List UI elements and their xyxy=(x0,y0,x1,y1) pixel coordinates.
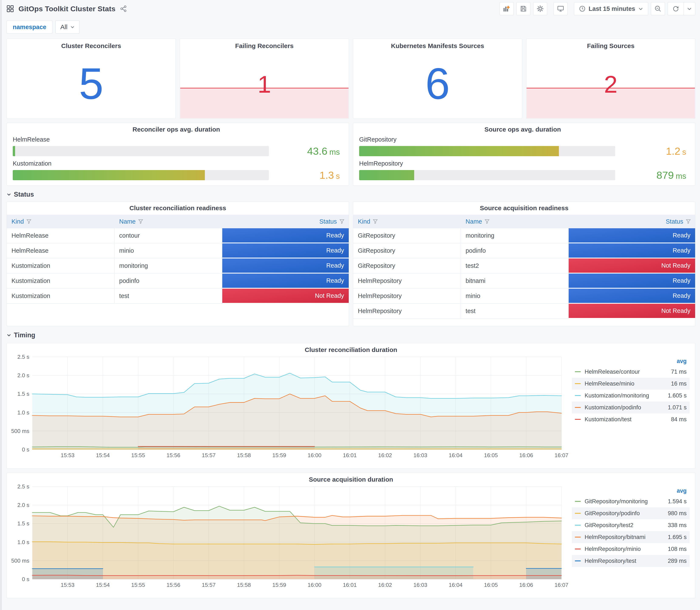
table-row: HelmRepositorytestNot Ready xyxy=(353,304,695,319)
stat-panel-failing-sources: Failing Sources2 xyxy=(526,39,695,119)
svg-text:16:07: 16:07 xyxy=(554,452,568,459)
apps-grid-icon[interactable] xyxy=(6,5,14,12)
column-header-label: Status xyxy=(320,218,337,225)
page-title: GitOps Toolkit Cluster Stats xyxy=(18,5,115,13)
svg-text:15:58: 15:58 xyxy=(237,452,251,459)
namespace-variable-value: All xyxy=(60,23,67,31)
page-left-edge xyxy=(0,0,2,610)
filter-funnel-icon[interactable] xyxy=(686,219,691,224)
column-header-name[interactable]: Name xyxy=(461,218,569,225)
chart-plot[interactable]: 0 s500 ms1.0 s1.5 s2.0 s2.5 s15:5315:541… xyxy=(11,483,572,596)
namespace-variable-dropdown[interactable]: All xyxy=(55,20,80,34)
filter-funnel-icon[interactable] xyxy=(339,219,344,224)
status-badge: Ready xyxy=(569,228,695,242)
cell-status: Ready xyxy=(222,243,349,258)
table-row: KustomizationpodinfoReady xyxy=(7,274,349,289)
legend-series-swatch xyxy=(575,371,581,372)
add-panel-button[interactable] xyxy=(500,2,514,15)
panel-title[interactable]: Failing Reconcilers xyxy=(180,39,349,49)
gauge-row: 879ms xyxy=(359,169,686,181)
clock-icon xyxy=(579,5,586,12)
legend-series-swatch xyxy=(575,549,581,549)
column-header-status[interactable]: Status xyxy=(569,218,695,225)
gauge-row-label: HelmRelease xyxy=(13,136,340,143)
svg-text:16:03: 16:03 xyxy=(413,452,427,459)
svg-text:15:53: 15:53 xyxy=(61,582,75,588)
table-row: GitRepositorytest2Not Ready xyxy=(353,258,695,274)
legend-item[interactable]: HelmRelease/contour71 ms xyxy=(572,366,689,378)
legend-item[interactable]: Kustomization/test84 ms xyxy=(572,413,689,425)
share-icon[interactable] xyxy=(120,5,127,12)
chart-panel-source-acquisition-duration: Source acquisition duration0 s500 ms1.0 … xyxy=(6,473,695,598)
svg-text:15:57: 15:57 xyxy=(202,582,215,588)
filter-funnel-icon[interactable] xyxy=(485,219,490,224)
dashboard-settings-button[interactable] xyxy=(533,2,547,15)
legend-item[interactable]: HelmRelease/minio16 ms xyxy=(572,378,689,390)
panel-title[interactable]: Cluster reconciliation readiness xyxy=(7,205,349,212)
column-header-kind[interactable]: Kind xyxy=(7,218,115,225)
svg-text:15:53: 15:53 xyxy=(61,452,75,459)
cycle-view-mode-button[interactable] xyxy=(554,2,568,15)
section-timing[interactable]: Timing xyxy=(6,331,695,339)
save-dashboard-button[interactable] xyxy=(516,2,531,15)
svg-text:16:05: 16:05 xyxy=(484,582,498,588)
refresh-button[interactable] xyxy=(668,2,683,15)
chevron-down-icon xyxy=(638,6,643,11)
legend-item[interactable]: GitRepository/monitoring1.594 s xyxy=(572,495,689,507)
panel-title[interactable]: Cluster reconciliation duration xyxy=(11,346,691,353)
legend-series-swatch xyxy=(575,407,581,408)
legend-series-name: Kustomization/test xyxy=(585,416,659,423)
legend-item[interactable]: GitRepository/test2338 ms xyxy=(572,519,689,531)
filter-funnel-icon[interactable] xyxy=(373,219,378,224)
column-header-label: Name xyxy=(466,218,482,225)
readiness-table: KindNameStatusGitRepositorymonitoringRea… xyxy=(353,215,695,319)
panel-title[interactable]: Failing Sources xyxy=(526,39,695,49)
chart-panel-cluster-reconciliation-duration: Cluster reconciliation duration0 s500 ms… xyxy=(6,343,695,469)
panel-title[interactable]: Source acquisition readiness xyxy=(353,205,695,212)
status-badge: Not Ready xyxy=(569,258,695,273)
time-range-picker[interactable]: Last 15 minutes xyxy=(574,2,648,15)
svg-text:16:05: 16:05 xyxy=(484,452,498,459)
section-status-label: Status xyxy=(14,191,34,198)
legend-value-header[interactable]: avg xyxy=(572,356,689,366)
panel-title[interactable]: Kubernetes Manifests Sources xyxy=(353,39,522,49)
legend-item[interactable]: Kustomization/monitoring1.605 s xyxy=(572,390,689,401)
monitor-icon xyxy=(557,5,564,12)
panel-title[interactable]: Cluster Reconcilers xyxy=(7,39,176,49)
panel-title[interactable]: Reconciler ops avg. duration xyxy=(13,126,340,133)
filter-funnel-icon[interactable] xyxy=(138,219,143,224)
refresh-interval-dropdown[interactable] xyxy=(683,2,695,15)
cell-kind: HelmRepository xyxy=(353,289,461,304)
svg-text:16:02: 16:02 xyxy=(378,582,392,588)
column-header-name[interactable]: Name xyxy=(115,218,222,225)
legend-series-name: HelmRepository/bitnami xyxy=(585,534,659,541)
panel-title[interactable]: Source ops avg. duration xyxy=(359,126,686,133)
gauge-row: 43.6ms xyxy=(13,145,340,157)
svg-text:1.5 s: 1.5 s xyxy=(17,391,29,397)
column-header-kind[interactable]: Kind xyxy=(353,218,461,225)
legend-item[interactable]: HelmRepository/test289 ms xyxy=(572,555,689,567)
cell-kind: HelmRepository xyxy=(353,274,461,289)
legend-series-swatch xyxy=(575,419,581,420)
filter-funnel-icon[interactable] xyxy=(26,219,31,224)
legend-value-header[interactable]: avg xyxy=(572,486,689,495)
column-header-status[interactable]: Status xyxy=(222,218,349,225)
cell-kind: HelmRelease xyxy=(7,243,115,258)
legend-item[interactable]: GitRepository/podinfo980 ms xyxy=(572,507,689,519)
legend-series-name: HelmRepository/test xyxy=(585,558,659,564)
save-icon xyxy=(520,5,527,12)
chart-plot[interactable]: 0 s500 ms1.0 s1.5 s2.0 s2.5 s15:5315:541… xyxy=(11,353,572,467)
legend-series-name: HelmRepository/minio xyxy=(585,546,659,552)
legend-series-name: GitRepository/podinfo xyxy=(585,510,659,517)
panel-title[interactable]: Source acquisition duration xyxy=(11,476,691,483)
legend-item[interactable]: Kustomization/podinfo1.071 s xyxy=(572,401,689,413)
legend-item[interactable]: HelmRepository/minio108 ms xyxy=(572,543,689,555)
column-header-label: Name xyxy=(119,218,135,225)
section-status[interactable]: Status xyxy=(6,191,695,198)
zoom-out-button[interactable] xyxy=(651,2,665,15)
status-badge: Ready xyxy=(222,258,349,273)
svg-text:2.5 s: 2.5 s xyxy=(17,483,29,490)
legend-item[interactable]: HelmRepository/bitnami1.695 s xyxy=(572,531,689,543)
status-badge: Ready xyxy=(569,274,695,288)
zoom-out-icon xyxy=(654,5,662,12)
